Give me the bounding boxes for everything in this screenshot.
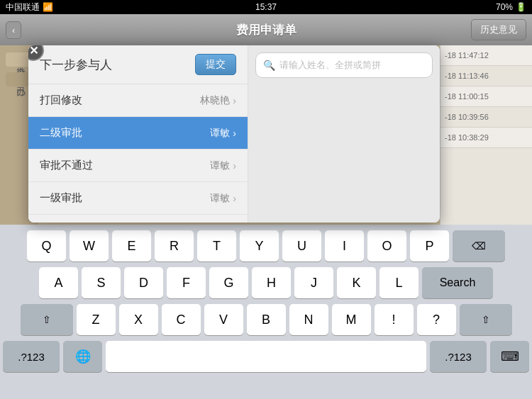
key-w[interactable]: W bbox=[70, 230, 109, 262]
num-switch-right-key[interactable]: .?123 bbox=[430, 341, 487, 372]
keyboard-row-2: A S D F G H J K L Search bbox=[3, 267, 529, 298]
row-right-4: 谭敏 › bbox=[210, 192, 236, 205]
row-value-3: 谭敏 bbox=[210, 159, 230, 172]
participants-panel: 下一步参与人 提交 打回修改 林晓艳 › 二级审批 谭敏 › bbox=[28, 45, 248, 223]
keyboard: Q W E R T Y U I O P ⌫ A S D F G H J K L … bbox=[0, 225, 532, 399]
key-f[interactable]: F bbox=[167, 267, 206, 298]
space-key[interactable] bbox=[106, 341, 426, 372]
main-area: 待办 已办 ✕ 下一步参与人 提交 打回修改 林晓艳 › 二级审批 bbox=[0, 45, 532, 225]
key-m[interactable]: M bbox=[332, 304, 371, 335]
key-j[interactable]: J bbox=[294, 267, 333, 298]
row-right-2: 谭敏 › bbox=[210, 127, 236, 140]
status-left: 中国联通 📶 bbox=[6, 1, 53, 13]
participants-header: 下一步参与人 提交 bbox=[28, 45, 248, 84]
key-q[interactable]: Q bbox=[27, 230, 66, 262]
participant-row-4[interactable]: 一级审批 谭敏 › bbox=[28, 182, 248, 215]
search-placeholder: 请输入姓名、全拼或简拼 bbox=[279, 59, 425, 72]
search-icon: 🔍 bbox=[263, 60, 275, 71]
key-p[interactable]: P bbox=[410, 230, 449, 262]
top-nav: ‹ 费用申请单 历史意见 bbox=[0, 14, 532, 45]
history-entry-4: -18 10:39:56 bbox=[440, 107, 532, 128]
globe-key[interactable]: 🌐 bbox=[63, 341, 102, 372]
keyboard-hide-key[interactable]: ⌨ bbox=[490, 341, 529, 372]
wifi-icon: 📶 bbox=[43, 2, 53, 12]
participant-row-1[interactable]: 打回修改 林晓艳 › bbox=[28, 84, 248, 117]
key-k[interactable]: K bbox=[337, 267, 376, 298]
search-panel: 🔍 请输入姓名、全拼或简拼 bbox=[248, 45, 440, 223]
row-arrow-1: › bbox=[233, 95, 236, 106]
key-z[interactable]: Z bbox=[77, 304, 116, 335]
key-r[interactable]: R bbox=[155, 230, 194, 262]
key-h[interactable]: H bbox=[252, 267, 291, 298]
key-o[interactable]: O bbox=[367, 230, 406, 262]
key-a[interactable]: A bbox=[39, 267, 78, 298]
history-entry-1: -18 11:47:12 bbox=[440, 45, 532, 66]
history-time-1: -18 11:47:12 bbox=[445, 51, 489, 60]
row-label-3: 审批不通过 bbox=[40, 159, 93, 172]
key-n[interactable]: N bbox=[289, 304, 328, 335]
num-switch-left-key[interactable]: .?123 bbox=[3, 341, 60, 372]
key-g[interactable]: G bbox=[209, 267, 248, 298]
keyboard-row-4: .?123 🌐 .?123 ⌨ bbox=[3, 341, 529, 372]
battery-label: 70% bbox=[496, 2, 513, 12]
history-time-2: -18 11:13:46 bbox=[445, 72, 489, 80]
key-c[interactable]: C bbox=[162, 304, 201, 335]
key-x[interactable]: X bbox=[119, 304, 158, 335]
row-arrow-3: › bbox=[233, 160, 236, 172]
participant-row-2[interactable]: 二级审批 谭敏 › bbox=[28, 117, 248, 150]
submit-button[interactable]: 提交 bbox=[195, 54, 236, 75]
carrier-label: 中国联通 bbox=[6, 1, 40, 13]
back-arrow-icon: ‹ bbox=[12, 25, 15, 35]
history-panel: -18 11:47:12 -18 11:13:46 -18 11:00:15 -… bbox=[440, 45, 532, 225]
row-value-1: 林晓艳 bbox=[200, 94, 230, 107]
overlay-panel: ✕ 下一步参与人 提交 打回修改 林晓艳 › 二级审批 谭敏 › bbox=[28, 45, 440, 223]
keyboard-row-3: ⇧ Z X C V B N M ! ? ⇧ bbox=[3, 304, 529, 335]
key-s[interactable]: S bbox=[82, 267, 121, 298]
status-bar: 中国联通 📶 15:37 70% 🔋 bbox=[0, 0, 532, 14]
history-entry-2: -18 11:13:46 bbox=[440, 66, 532, 86]
key-d[interactable]: D bbox=[124, 267, 163, 298]
history-time-4: -18 10:39:56 bbox=[445, 113, 489, 121]
key-l[interactable]: L bbox=[379, 267, 419, 298]
shift-left-key[interactable]: ⇧ bbox=[21, 304, 73, 335]
key-e[interactable]: E bbox=[112, 230, 151, 262]
row-right-1: 林晓艳 › bbox=[200, 94, 236, 107]
row-right-3: 谭敏 › bbox=[210, 159, 236, 172]
key-b[interactable]: B bbox=[247, 304, 286, 335]
key-question[interactable]: ? bbox=[417, 304, 456, 335]
history-time-5: -18 10:38:29 bbox=[445, 133, 489, 142]
search-bar[interactable]: 🔍 请输入姓名、全拼或简拼 bbox=[255, 52, 433, 78]
row-arrow-2: › bbox=[233, 128, 236, 139]
row-value-4: 谭敏 bbox=[210, 192, 230, 205]
row-arrow-4: › bbox=[233, 193, 236, 204]
row-label-4: 一级审批 bbox=[40, 191, 82, 205]
history-button[interactable]: 历史意见 bbox=[471, 19, 526, 40]
row-label-1: 打回修改 bbox=[40, 94, 82, 107]
key-excl[interactable]: ! bbox=[375, 304, 414, 335]
status-time: 15:37 bbox=[255, 2, 277, 12]
status-right: 70% 🔋 bbox=[496, 2, 526, 12]
key-u[interactable]: U bbox=[282, 230, 321, 262]
key-t[interactable]: T bbox=[197, 230, 236, 262]
nav-title: 费用申请单 bbox=[236, 22, 297, 38]
history-entry-5: -18 10:38:29 bbox=[440, 128, 532, 148]
shift-right-key[interactable]: ⇧ bbox=[460, 304, 512, 335]
history-time-3: -18 11:00:15 bbox=[445, 92, 489, 101]
row-label-2: 二级审批 bbox=[40, 126, 82, 140]
backspace-key[interactable]: ⌫ bbox=[453, 230, 505, 262]
key-y[interactable]: Y bbox=[240, 230, 279, 262]
history-entry-3: -18 11:00:15 bbox=[440, 86, 532, 107]
panel-title: 下一步参与人 bbox=[40, 57, 112, 73]
row-value-2: 谭敏 bbox=[210, 127, 230, 140]
key-v[interactable]: V bbox=[204, 304, 243, 335]
keyboard-row-1: Q W E R T Y U I O P ⌫ bbox=[3, 230, 529, 262]
key-i[interactable]: I bbox=[325, 230, 364, 262]
back-button[interactable]: ‹ bbox=[6, 21, 21, 39]
participant-row-3[interactable]: 审批不通过 谭敏 › bbox=[28, 150, 248, 182]
battery-icon: 🔋 bbox=[516, 2, 526, 12]
search-key[interactable]: Search bbox=[422, 267, 493, 298]
